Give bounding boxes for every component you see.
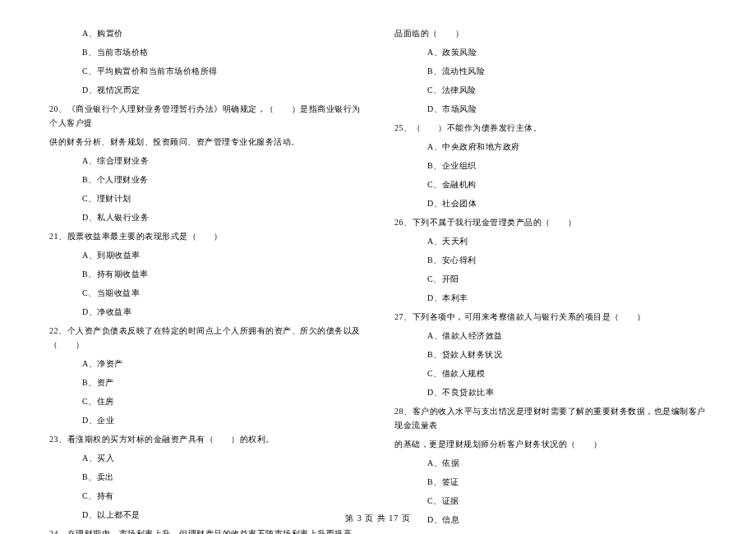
footer-mid: 页 共 xyxy=(362,513,390,522)
q21-option-c: C、当期收益率 xyxy=(82,286,362,300)
q20-option-d: D、私人银行业务 xyxy=(82,210,362,224)
q24-option-d: D、市场风险 xyxy=(427,102,707,116)
q26-option-d: D、本利丰 xyxy=(427,291,707,305)
q27-option-a: A、借款人经济效益 xyxy=(427,329,707,343)
q25-option-b: B、企业组织 xyxy=(427,159,707,173)
content-columns: A、购置价 B、当前市场价格 C、平均购置价和当前市场价格所得 D、视情况而定 … xyxy=(0,0,756,534)
q27-option-d: D、不良贷款比率 xyxy=(427,385,707,399)
q28-stem-line1: 28、客户的收入水平与支出情况是理财时需要了解的重要财务数据，也是编制客户现金流… xyxy=(394,404,707,432)
q28-option-a: A、依据 xyxy=(427,456,707,470)
q19-option-b: B、当前市场价格 xyxy=(82,45,362,59)
q21-option-a: A、到期收益率 xyxy=(82,248,362,262)
q27-option-b: B、贷款人财务状况 xyxy=(427,348,707,361)
q28-option-b: B、签证 xyxy=(427,475,707,489)
q22-option-d: D、企业 xyxy=(82,413,362,427)
q21-option-b: B、持有期收益率 xyxy=(82,267,362,281)
column-right: 品面临的（ ） A、政策风险 B、流动性风险 C、法律风险 D、市场风险 25、… xyxy=(378,26,707,534)
q22-stem: 22、个人资产负债表反映了在特定的时间点上个人所拥有的资产、所欠的债务以及（ ） xyxy=(49,324,362,352)
q27-option-c: C、借款人规模 xyxy=(427,366,707,380)
q23-option-a: A、买入 xyxy=(82,451,362,465)
q24-option-a: A、政策风险 xyxy=(427,45,707,59)
q25-option-a: A、中央政府和地方政府 xyxy=(427,140,707,154)
q27-stem: 27、下列各项中，可用来考察借款人与银行关系的项目是（ ） xyxy=(394,310,707,324)
q26-stem: 26、下列不属于我行现金管理类产品的（ ） xyxy=(394,215,707,229)
footer-suffix: 页 xyxy=(399,513,411,522)
q21-stem: 21、股票收益率最主要的表现形式是（ ） xyxy=(49,229,362,243)
q19-option-c: C、平均购置价和当前市场价格所得 xyxy=(82,64,362,78)
q26-option-c: C、开阳 xyxy=(427,272,707,286)
q20-option-b: B、个人理财业务 xyxy=(82,173,362,186)
q23-stem: 23、看涨期权的买方对标的金融资产具有（ ）的权利。 xyxy=(49,432,362,446)
q24-option-c: C、法律风险 xyxy=(427,83,707,97)
q20-option-a: A、综合理财业务 xyxy=(82,154,362,168)
q28-option-c: C、证据 xyxy=(427,494,707,508)
q21-option-d: D、净收益率 xyxy=(82,305,362,319)
page-footer: 第 3 页 共 17 页 xyxy=(0,513,756,524)
q20-stem-line1: 20、《商业银行个人理财业务管理暂行办法》明确规定，（ ）是指商业银行为个人客户… xyxy=(49,102,362,130)
q25-stem: 25、（ ）不能作为债券发行主体。 xyxy=(394,121,707,135)
q24-stem-line2: 品面临的（ ） xyxy=(394,26,707,40)
q26-option-b: B、安心得利 xyxy=(427,253,707,267)
q24-stem-line1: 24、在理财期内，市场利率上升，但理财产品的收益率不随市场利率上升而提高，这是理… xyxy=(49,527,362,534)
q24-option-b: B、流动性风险 xyxy=(427,64,707,78)
exam-page: A、购置价 B、当前市场价格 C、平均购置价和当前市场价格所得 D、视情况而定 … xyxy=(0,0,756,534)
footer-prefix: 第 xyxy=(345,513,357,522)
q20-option-c: C、理财计划 xyxy=(82,191,362,205)
q22-option-a: A、净资产 xyxy=(82,357,362,371)
q22-option-c: C、住房 xyxy=(82,394,362,408)
q26-option-a: A、天天利 xyxy=(427,234,707,248)
column-left: A、购置价 B、当前市场价格 C、平均购置价和当前市场价格所得 D、视情况而定 … xyxy=(49,26,378,534)
q23-option-c: C、持有 xyxy=(82,489,362,503)
q25-option-d: D、社会团体 xyxy=(427,196,707,210)
q19-option-d: D、视情况而定 xyxy=(82,83,362,97)
q23-option-b: B、卖出 xyxy=(82,470,362,484)
q25-option-c: C、金融机构 xyxy=(427,177,707,191)
footer-total: 17 xyxy=(389,513,399,522)
q22-option-b: B、资产 xyxy=(82,375,362,389)
q28-stem-line2: 的基础，更是理财规划师分析客户财务状况的（ ） xyxy=(394,437,707,451)
q19-option-a: A、购置价 xyxy=(82,26,362,40)
q20-stem-line2: 供的财务分析、财务规划、投资顾问、资产管理专业化服务活动。 xyxy=(49,135,362,149)
